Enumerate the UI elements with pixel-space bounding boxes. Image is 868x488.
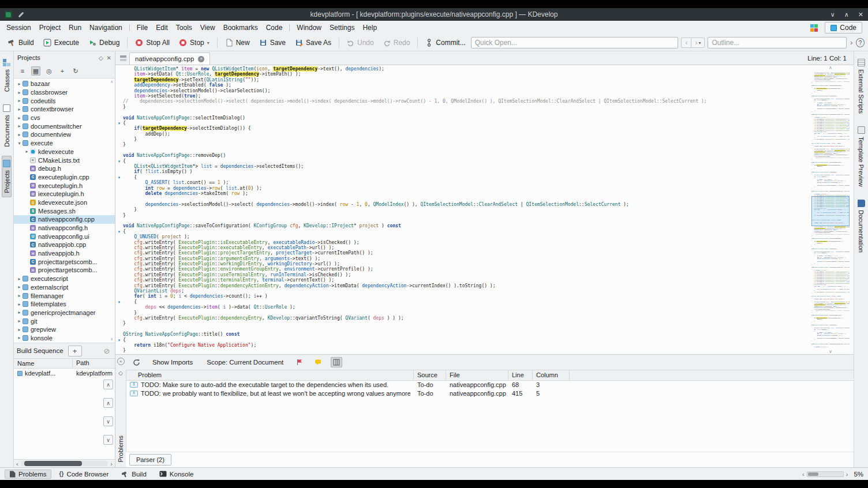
dock-tab-projects[interactable]: Projects [2,156,12,197]
code-line[interactable]: cfg.writeEntry( ExecutePlugin::dependenc… [115,283,807,288]
tree-item-codeutils[interactable]: ▸codeutils [14,96,115,105]
tree-item-externalscript[interactable]: ▸externalscript [14,283,115,292]
code-line[interactable]: } [115,207,807,212]
code-line[interactable]: ▾{ [115,159,807,164]
tree-item-execute[interactable]: ▾execute [14,139,115,148]
code-line[interactable]: QListWidgetItem* item = new QListWidgetI… [115,66,807,72]
add-icon[interactable]: + [58,66,67,76]
tree-item-messages-sh[interactable]: $Messages.sh [14,207,115,215]
tree-item-cvs[interactable]: ▸cvs [14,114,115,122]
help-button[interactable]: ? [856,38,865,47]
fold-marker-icon[interactable]: ▾ [115,175,123,180]
tree-item-documentswitcher[interactable]: ▸documentswitcher [14,122,115,130]
expander-icon[interactable]: ▸ [16,90,23,95]
code-line[interactable]: addDependency->setEnabled( false ); [115,82,807,88]
show-imports-button[interactable]: Show Imports [149,358,196,367]
toolbar-overflow-icon[interactable]: › [848,39,855,47]
dock-tab-classes[interactable]: Classes [2,55,12,96]
fold-marker-icon[interactable]: ▾ [115,121,123,126]
scope-dropdown[interactable]: Scope: Current Document [203,358,287,367]
code-line[interactable]: cfg.writeEntry( ExecutePlugin::environme… [115,266,807,272]
statusbar-konsole[interactable]: Konsole [155,470,199,479]
menu-bookmarks[interactable]: Bookmarks [219,22,262,33]
expander-icon[interactable]: ▸ [16,107,23,112]
save-button[interactable]: Save [255,37,290,48]
expander-icon[interactable]: ▸ [16,318,23,324]
menu-help[interactable]: Help [358,22,381,33]
stop-dropdown-icon[interactable]: ▾ [207,40,209,46]
tree-item-bazaar[interactable]: ▸bazaar [14,80,115,88]
code-line[interactable]: // dependencies->selectionModel()->selec… [115,99,807,104]
expander-icon[interactable]: ▸ [16,327,23,332]
move-up-button[interactable]: ∧ [103,398,113,408]
tree-item-nativeappjob-cpp[interactable]: Cnativeappjob.cpp [14,241,115,249]
code-line[interactable]: QVariantList deps; [115,288,807,294]
code-line[interactable]: for( int i = 0; i < dependencies->count(… [115,294,807,299]
menu-edit[interactable]: Edit [152,22,172,33]
expander-icon[interactable]: ▸ [16,115,23,121]
fold-marker-icon[interactable]: ▾ [115,159,123,164]
code-line[interactable]: ▾{ [115,229,807,234]
code-line[interactable]: } [115,348,807,353]
quick-open-input[interactable] [471,37,679,48]
menu-run[interactable]: Run [65,22,85,33]
activities-grid-icon[interactable] [810,24,818,32]
tree-item-kdevexecute[interactable]: ▸kdevexecute [14,148,115,156]
problems-column-problem[interactable]: Problem [126,370,414,380]
code-line[interactable]: Q_ASSERT( list.count() == 1 ); [115,180,807,185]
move-down-button[interactable]: ∨ [103,416,113,426]
tree-item-genericprojectmanager[interactable]: ▸genericprojectmanager [14,309,115,317]
code-line[interactable]: ▾ { [115,299,807,305]
reload-icon[interactable]: ↻ [71,66,80,76]
code-line[interactable]: ▾ { [115,175,807,180]
code-line[interactable] [115,110,807,115]
code-line[interactable] [115,148,807,153]
code-line[interactable]: targetDependency->setText(QLatin1String(… [115,77,807,82]
code-line[interactable]: cfg.writeEntry( ExecutePlugin::terminalE… [115,277,807,283]
stop-button[interactable]: Stop▾ [175,37,214,48]
tree-item-documentview[interactable]: ▸documentview [14,130,115,139]
expander-icon[interactable]: ▸ [16,123,23,129]
build-sequence-row[interactable]: kdevplatf...kdevplatform [14,369,115,378]
code-line[interactable]: delete dependencies->takeItem( row ); [115,191,807,196]
tree-item-nativeappconfig-h[interactable]: Hnativeappconfig.h [14,224,115,232]
tree-item-grepview[interactable]: ▸grepview [14,325,115,334]
minimize-button[interactable]: ∨ [830,11,835,18]
editor-tab-nativeappconfig[interactable]: nativeappconfig.cpp × [129,52,210,65]
move-bottom-button[interactable]: ∨ [103,435,113,445]
tree-item-classbrowser[interactable]: ▸classbrowser [14,88,115,97]
problem-row[interactable]: TODO: we probably want to flexibilize, b… [126,389,854,398]
code-line[interactable]: QList<QListWidgetItem*> list = dependenc… [115,164,807,169]
error-filter-icon[interactable] [294,357,305,367]
code-line[interactable]: void NativeAppConfigPage::selectItemDial… [115,115,807,121]
next-dropdown-icon[interactable]: ▾ [698,40,701,46]
tree-item-cmakelists-txt[interactable]: ≡CMakeLists.txt [14,156,115,164]
build-button[interactable]: Build [3,37,38,48]
code-line[interactable]: } [115,321,807,326]
tree-item-executeplugin-cpp[interactable]: Cexecuteplugin.cpp [14,173,115,182]
fold-marker-icon[interactable]: ▾ [115,299,123,305]
dock-tab-documents[interactable]: Documents [2,100,12,151]
code-line[interactable]: if(targetDependency->selectItemDialog())… [115,126,807,131]
menu-tools[interactable]: Tools [172,22,196,33]
code-line[interactable]: addDep(); [115,132,807,137]
tree-item-contextbrowser[interactable]: ▸contextbrowser [14,105,115,114]
code-line[interactable] [115,326,807,332]
pin-icon[interactable] [18,12,24,17]
code-line[interactable]: if( !list.isEmpty() ) [115,169,807,174]
problems-column-line[interactable]: Line [508,370,533,380]
expander-icon[interactable]: ▸ [24,149,30,154]
zoom-left-icon[interactable]: ‹ [801,471,806,477]
zoom-track[interactable] [807,471,844,477]
tree-item-openwith[interactable]: ▸openwith [14,342,115,343]
menu-code[interactable]: Code [262,22,287,33]
dock-horizontal-scrollbar[interactable]: ‹ › [14,459,115,467]
tree-item-nativeappconfig-cpp[interactable]: Cnativeappconfig.cpp [14,215,115,224]
code-line[interactable]: return i18n("Configure Native Applicatio… [115,343,807,348]
code-line[interactable]: dependencies->selectionModel()->clearSel… [115,88,807,93]
outline-input[interactable] [708,37,847,48]
code-line[interactable] [115,196,807,201]
tree-item-iexecuteplugin-h[interactable]: Hiexecuteplugin.h [14,190,115,198]
tree-scroll-down-icon[interactable]: ∨ [110,337,113,341]
expander-icon[interactable]: ▸ [16,302,23,307]
